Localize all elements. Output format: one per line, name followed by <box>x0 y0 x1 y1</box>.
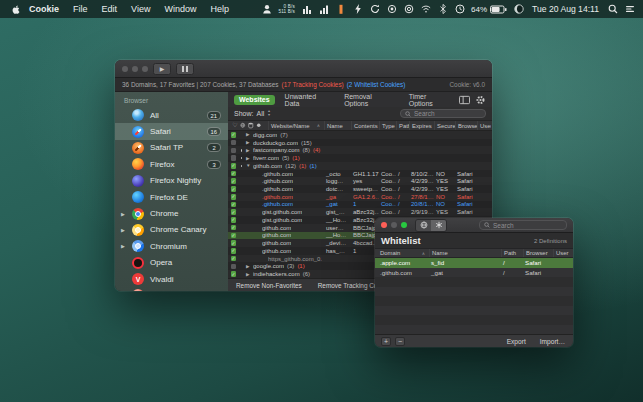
snowflake-icon[interactable] <box>431 220 446 231</box>
cookie-row[interactable]: ✓.github.comlogg…yesCoo…/4/2/39…YESSafar… <box>228 177 492 185</box>
hotspot-icon[interactable] <box>403 4 414 15</box>
import-button[interactable]: Import… <box>540 338 565 345</box>
search-field[interactable] <box>400 109 486 119</box>
cookie-row[interactable]: ✓gist.github.comgist_…aBzc32j…Coo…/2/9/1… <box>228 208 492 216</box>
column-name[interactable]: Name <box>324 121 351 130</box>
column-path[interactable]: Path <box>396 121 409 130</box>
disclosure-triangle-icon[interactable]: ▶ <box>121 211 125 217</box>
sidebar-item-vivaldi[interactable]: VVivaldi <box>115 271 228 287</box>
column-website-name[interactable]: Website/Name∧ <box>268 121 324 130</box>
website-row[interactable]: ▶duckduckgo.com(15) <box>228 139 492 147</box>
export-button[interactable]: Export <box>507 338 526 345</box>
globe-icon[interactable] <box>416 220 431 231</box>
battery-indicator[interactable]: 64% <box>471 5 507 14</box>
database-column-icon[interactable] <box>248 122 254 129</box>
menu-app-cookie[interactable]: Cookie <box>27 4 66 14</box>
play-button[interactable]: ▶ <box>153 63 171 75</box>
user-icon[interactable] <box>261 4 272 15</box>
notification-center-icon[interactable] <box>624 4 635 15</box>
disclosure-triangle-icon[interactable]: ▶ <box>246 148 253 153</box>
wifi-icon[interactable] <box>420 4 431 15</box>
row-checkbox[interactable]: ✓ <box>231 240 237 246</box>
target-icon[interactable] <box>386 4 397 15</box>
column-browser[interactable]: Browser <box>523 249 553 257</box>
column-type[interactable]: Type <box>379 121 396 130</box>
row-checkbox[interactable]: ✓ <box>231 132 237 138</box>
sidebar-item-chrome[interactable]: ▶Chrome <box>115 205 228 221</box>
sidebar-item-safari[interactable]: Safari16 <box>115 123 228 139</box>
close-button[interactable] <box>122 66 128 72</box>
row-checkbox[interactable]: ✓ <box>231 217 237 223</box>
whitelist-search-input[interactable] <box>493 222 562 229</box>
sync-icon[interactable] <box>369 4 380 15</box>
cookie-row[interactable]: ✓.github.com_octoGH1.1.17…Coo…/8/10/2…NO… <box>228 170 492 178</box>
row-checkbox[interactable]: ✓ <box>231 178 237 184</box>
minimize-button[interactable] <box>391 222 397 228</box>
row-checkbox[interactable] <box>231 155 237 161</box>
sidebar-item-chrome-canary[interactable]: ▶Chrome Canary <box>115 222 228 238</box>
menu-edit[interactable]: Edit <box>95 4 125 14</box>
clock-icon[interactable] <box>454 4 465 15</box>
minimize-button[interactable] <box>132 66 138 72</box>
disclosure-triangle-icon[interactable]: ▶ <box>121 227 125 233</box>
row-checkbox[interactable]: ✓ <box>231 171 237 177</box>
website-row[interactable]: ▶fastcompany.com(8)(4) <box>228 146 492 154</box>
row-checkbox[interactable]: ✓ <box>231 256 237 262</box>
row-checkbox[interactable]: ✓ <box>231 163 237 169</box>
sidebar-item-firefox-de[interactable]: Firefox DE <box>115 189 228 205</box>
gear-icon[interactable] <box>475 94 486 105</box>
lightning-icon[interactable] <box>352 4 363 15</box>
tab-websites[interactable]: Websites <box>234 95 275 105</box>
row-checkbox[interactable]: ✓ <box>231 194 237 200</box>
column-secure[interactable]: Secure <box>434 121 455 130</box>
row-checkbox[interactable]: ✓ <box>231 248 237 254</box>
search-input[interactable] <box>414 110 481 117</box>
add-button[interactable]: + <box>381 337 391 346</box>
sidebar-item-opera[interactable]: Opera <box>115 255 228 271</box>
close-button[interactable] <box>381 222 387 228</box>
sidebar-item-firefox[interactable]: Firefox3 <box>115 156 228 172</box>
disclosure-triangle-icon[interactable]: ▶ <box>246 156 253 161</box>
menu-bar-clock[interactable]: Tue 20 Aug 14:11 <box>530 4 601 14</box>
tab-removal-options[interactable]: Removal Options <box>339 91 399 108</box>
column-expires[interactable]: Expires <box>409 121 434 130</box>
whitelist-row[interactable]: .apple.coms_fid/Safari <box>375 258 573 268</box>
memory-graph-icon[interactable] <box>318 4 329 15</box>
cookie-row[interactable]: ✓.github.comdotc…sweetp…Coo…/4/2/39…YESS… <box>228 185 492 193</box>
cookie-row[interactable]: ✓.github.com_gaGA1.2.6…Coo…/27/8/1…NOSaf… <box>228 193 492 201</box>
pause-button[interactable] <box>176 63 194 75</box>
row-checkbox[interactable]: ✓ <box>231 225 237 231</box>
bluetooth-icon[interactable] <box>437 4 448 15</box>
cookie-row[interactable]: ✓.github.com_gat1Coo…/20/8/1…NOSafari <box>228 201 492 209</box>
row-checkbox[interactable] <box>231 148 237 154</box>
row-checkbox[interactable]: ✓ <box>231 209 237 215</box>
sidebar-item-firefox-nightly[interactable]: Firefox Nightly <box>115 173 228 189</box>
menu-window[interactable]: Window <box>157 4 203 14</box>
whitelist-title-bar[interactable] <box>375 218 573 233</box>
heart-column-icon[interactable]: ♡ <box>232 122 238 129</box>
disclosure-triangle-icon[interactable]: ▶ <box>246 140 253 145</box>
row-checkbox[interactable]: ✓ <box>231 186 237 192</box>
disclosure-triangle-icon[interactable]: ▶ <box>246 264 253 269</box>
tracking-column-icon[interactable] <box>256 122 262 129</box>
apple-menu-icon[interactable] <box>10 3 21 15</box>
spotlight-icon[interactable] <box>607 4 618 15</box>
moon-icon[interactable] <box>513 4 524 15</box>
zoom-button[interactable] <box>401 222 407 228</box>
column-contents[interactable]: Contents <box>351 121 379 130</box>
disclosure-triangle-icon[interactable]: ▶ <box>121 243 125 249</box>
columns-icon[interactable] <box>459 94 470 105</box>
column-name[interactable]: Name <box>429 249 501 257</box>
disclosure-triangle-icon[interactable]: ▼ <box>246 163 253 168</box>
disclosure-triangle-icon[interactable]: ▶ <box>246 132 253 137</box>
network-speed-indicator[interactable]: 0 B/s511 B/s <box>278 4 295 14</box>
menu-help[interactable]: Help <box>203 4 236 14</box>
sidebar-item-chromium[interactable]: ▶Chromium <box>115 238 228 254</box>
row-checkbox[interactable]: ✓ <box>231 233 237 239</box>
menu-file[interactable]: File <box>66 4 95 14</box>
column-path[interactable]: Path <box>501 249 523 257</box>
row-checkbox[interactable] <box>231 264 237 270</box>
tab-unwanted-data[interactable]: Unwanted Data <box>280 91 335 108</box>
row-checkbox[interactable] <box>231 140 237 146</box>
sidebar-item-partial[interactable] <box>115 287 228 291</box>
